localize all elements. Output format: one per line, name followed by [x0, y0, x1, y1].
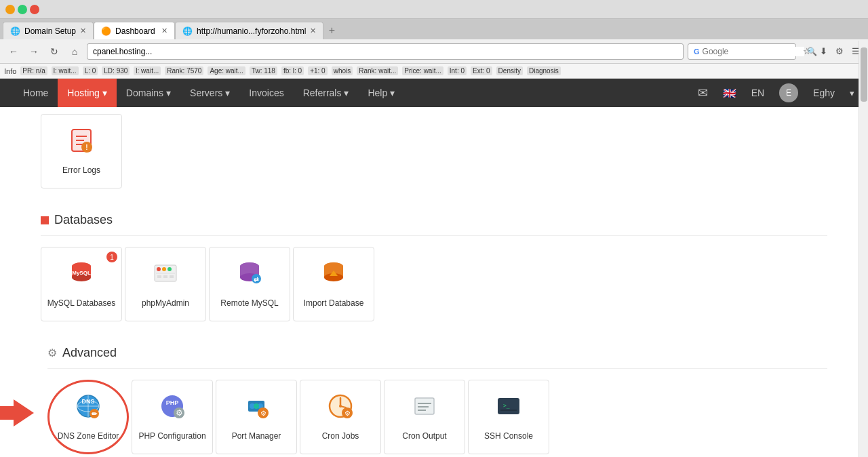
svg-rect-17 [157, 275, 161, 278]
search-input[interactable] [703, 47, 804, 56]
php-config-item[interactable]: PHP ⚙ PHP Configuration [132, 380, 213, 454]
dns-zone-editor-item[interactable]: DNS ✏ DNS Zone Editor [47, 380, 129, 454]
tab-close-icon[interactable]: ✕ [310, 26, 316, 35]
nav-servers[interactable]: Servers ▾ [180, 79, 239, 107]
port-manager-icon: ⚙ [243, 393, 270, 426]
btn-maximize[interactable] [18, 5, 27, 14]
plus1-badge: +1: 0 [308, 66, 328, 75]
fb-badge: fb: l: 0 [281, 66, 304, 75]
dropdown-icon: ▾ [102, 87, 107, 98]
remotemysql-item[interactable]: ⇄ Remote MySQL [209, 247, 290, 321]
svg-marker-31 [0, 399, 34, 426]
advanced-section-icon: ⚙ [47, 346, 57, 359]
rank2-badge: Rank: wait... [357, 66, 398, 75]
tab-icon: 🌐 [182, 26, 193, 36]
tab-dashboard[interactable]: 🟠 Dashboard ✕ [94, 22, 175, 39]
svg-point-14 [162, 267, 166, 271]
back-button[interactable]: ← [5, 43, 22, 60]
price-badge: Price: wait... [402, 66, 443, 75]
svg-text:PHP: PHP [166, 399, 179, 406]
ssh-console-item[interactable]: >_ SSH Console [468, 380, 549, 454]
svg-point-13 [157, 267, 161, 271]
cron-jobs-item[interactable]: ⚙ Cron Jobs [300, 380, 381, 454]
port-manager-label: Port Manager [232, 431, 281, 442]
tab-label: Domain Setup [24, 26, 76, 36]
settings-icon[interactable]: ⚙ [833, 45, 846, 58]
php-config-icon: PHP ⚙ [159, 393, 186, 426]
phpmyadmin-item[interactable]: phpMyAdmin [125, 247, 206, 321]
user-dropdown-icon: ▾ [850, 88, 854, 98]
mail-icon[interactable]: ✉ [688, 79, 717, 107]
remotemysql-icon: ⇄ [236, 260, 263, 293]
phpmyadmin-label: phpMyAdmin [142, 298, 189, 309]
browser-tabs: 🌐 Domain Setup ✕ 🟠 Dashboard ✕ 🌐 http://… [0, 19, 868, 39]
svg-point-29 [324, 262, 343, 271]
browser-toolbar: ← → ↻ ⌂ G 🔍 ☆ ⬇ ⚙ ☰ [0, 39, 868, 64]
svg-text:⚙: ⚙ [344, 410, 351, 417]
info-bar: Info PR: n/a l: wait... L: 0 LD: 930 l: … [0, 64, 868, 79]
main-content: ! Error Logs Databases 1 [0, 114, 868, 457]
svg-rect-19 [170, 275, 174, 278]
int-badge: Int: 0 [448, 66, 467, 75]
rank-badge: Rank: 7570 [165, 66, 203, 75]
svg-rect-18 [163, 275, 167, 278]
bookmark-icon[interactable]: ☆ [800, 45, 814, 58]
info-label: Info [4, 67, 16, 75]
port-manager-item[interactable]: ⚙ Port Manager [216, 380, 297, 454]
tab-domain-setup[interactable]: 🌐 Domain Setup ✕ [3, 22, 94, 39]
whois-badge[interactable]: whois [332, 66, 353, 75]
address-bar[interactable] [87, 43, 684, 60]
tab-humanio[interactable]: 🌐 http://humanio...fyforzoho.html ✕ [175, 22, 323, 39]
nav-help[interactable]: Help ▾ [358, 79, 404, 107]
svg-point-54 [339, 405, 342, 408]
scrollbar[interactable] [859, 41, 868, 457]
error-logs-item[interactable]: ! Error Logs [41, 114, 122, 188]
tab-close-icon[interactable]: ✕ [80, 26, 86, 35]
reload-button[interactable]: ↻ [46, 43, 62, 60]
btn-close[interactable] [30, 5, 39, 14]
nav-hosting[interactable]: Hosting ▾ [58, 79, 116, 107]
mysql-item[interactable]: 1 MySQL MySQL Databases [41, 247, 122, 321]
importdb-item[interactable]: Import Database [293, 247, 374, 321]
nav-referrals[interactable]: Referrals ▾ [294, 79, 359, 107]
cron-output-label: Cron Output [402, 431, 446, 442]
tw-badge: Tw: 118 [250, 66, 277, 75]
lang-label[interactable]: EN [742, 79, 774, 107]
php-config-label: PHP Configuration [138, 431, 205, 442]
ssh-console-label: SSH Console [484, 431, 533, 442]
navbar: Home Hosting ▾ Domains ▾ Servers ▾ Invoi… [0, 79, 868, 107]
tab-close-icon[interactable]: ✕ [161, 26, 167, 35]
download-icon[interactable]: ⬇ [816, 45, 830, 58]
svg-point-15 [167, 267, 172, 271]
databases-section-icon [41, 216, 49, 224]
phpmyadmin-icon [152, 260, 179, 293]
svg-point-23 [240, 262, 259, 271]
l-badge: l: wait... [52, 66, 79, 75]
density-badge: Density [496, 66, 523, 75]
scrollbar-thumb[interactable] [861, 47, 867, 102]
ext-badge: Ext: 0 [471, 66, 492, 75]
user-avatar: E [779, 83, 798, 102]
new-tab-button[interactable]: + [323, 22, 340, 39]
search-bar: G 🔍 [688, 43, 796, 60]
nav-home[interactable]: Home [14, 79, 58, 107]
cron-output-item[interactable]: Cron Output [384, 380, 465, 454]
home-button[interactable]: ⌂ [66, 43, 83, 60]
dropdown-icon: ▾ [166, 87, 171, 98]
btn-minimize[interactable] [5, 5, 15, 14]
mysql-icon: MySQL [68, 260, 95, 293]
user-label[interactable]: Eghy [804, 79, 844, 107]
cron-jobs-label: Cron Jobs [322, 431, 359, 442]
nav-invoices[interactable]: Invoices [239, 79, 293, 107]
nav-domains[interactable]: Domains ▾ [117, 79, 180, 107]
svg-point-47 [254, 403, 259, 409]
pr-badge: PR: n/a [20, 66, 47, 75]
tab-label: Dashboard [115, 26, 155, 36]
databases-section: Databases 1 MySQL MySQL Databases [41, 202, 827, 321]
remotemysql-label: Remote MySQL [220, 298, 278, 309]
advanced-title: Advanced [62, 346, 117, 360]
forward-button[interactable]: → [26, 43, 42, 60]
dropdown-icon: ▾ [390, 87, 395, 98]
dns-zone-editor-icon: DNS ✏ [75, 393, 102, 426]
age-badge: Age: wait... [208, 66, 245, 75]
